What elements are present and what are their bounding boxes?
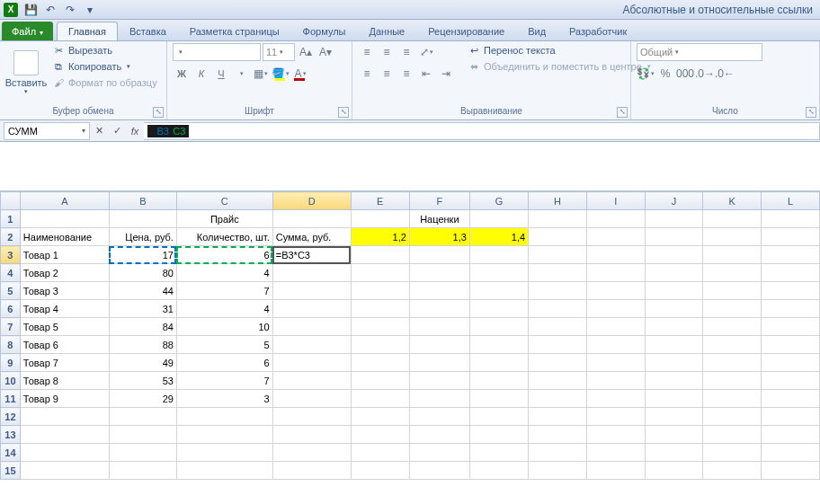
cell-L15[interactable]	[762, 462, 820, 480]
cell-G6[interactable]	[469, 300, 528, 318]
cell-D8[interactable]	[272, 336, 351, 354]
paste-button[interactable]: Вставить ▾	[5, 43, 47, 102]
cell-H14[interactable]	[529, 444, 587, 462]
row-header-11[interactable]: 11	[1, 390, 21, 408]
cell-I2[interactable]	[587, 228, 646, 246]
tab-dev[interactable]: Разработчик	[557, 22, 638, 40]
tab-view[interactable]: Вид	[516, 22, 557, 40]
cell-C1[interactable]: Прайс	[176, 210, 272, 228]
cell-I9[interactable]	[587, 354, 646, 372]
cell-E13[interactable]	[351, 426, 409, 444]
cell-K6[interactable]	[703, 300, 762, 318]
cell-D13[interactable]	[272, 426, 351, 444]
tab-home[interactable]: Главная	[57, 22, 118, 40]
cell-A5[interactable]: Товар 3	[20, 282, 109, 300]
cell-H10[interactable]	[529, 372, 587, 390]
cell-B11[interactable]: 29	[109, 390, 176, 408]
increase-font-icon[interactable]: A▴	[297, 43, 315, 61]
cell-D7[interactable]	[272, 318, 351, 336]
col-header-E[interactable]: E	[351, 192, 409, 210]
cell-C13[interactable]	[176, 426, 272, 444]
cell-E7[interactable]	[351, 318, 409, 336]
cell-E15[interactable]	[351, 462, 409, 480]
cell-D3[interactable]: =B3*C3	[272, 246, 351, 264]
cell-K15[interactable]	[703, 462, 762, 480]
col-header-G[interactable]: G	[469, 192, 528, 210]
cell-E6[interactable]	[351, 300, 409, 318]
save-icon[interactable]: 💾	[23, 3, 38, 17]
tab-data[interactable]: Данные	[357, 22, 416, 40]
align-bottom-icon[interactable]: ≡	[397, 43, 415, 61]
cell-D5[interactable]	[272, 282, 351, 300]
cell-F9[interactable]	[409, 354, 469, 372]
cell-I15[interactable]	[587, 462, 646, 480]
cell-G13[interactable]	[469, 426, 528, 444]
font-launcher[interactable]: ⤡	[338, 107, 349, 118]
select-all-corner[interactable]	[1, 192, 21, 210]
font-color-button[interactable]: A	[291, 65, 309, 83]
cell-H2[interactable]	[529, 228, 587, 246]
cell-E1[interactable]	[351, 210, 409, 228]
row-header-7[interactable]: 7	[1, 318, 21, 336]
cell-F1[interactable]: Наценки	[409, 210, 469, 228]
cell-F11[interactable]	[409, 390, 469, 408]
cell-I11[interactable]	[587, 390, 646, 408]
cell-K2[interactable]	[703, 228, 762, 246]
accounting-format-icon[interactable]: 💱	[637, 65, 655, 83]
cell-B4[interactable]: 80	[109, 264, 176, 282]
format-painter-button[interactable]: 🖌Формат по образцу	[50, 75, 159, 90]
cell-G11[interactable]	[469, 390, 528, 408]
row-header-1[interactable]: 1	[1, 210, 21, 228]
cell-G2[interactable]: 1,4	[469, 228, 528, 246]
cell-L3[interactable]	[762, 246, 820, 264]
cell-J2[interactable]	[645, 228, 703, 246]
cell-B8[interactable]: 88	[109, 336, 176, 354]
align-middle-icon[interactable]: ≡	[378, 43, 396, 61]
cell-H5[interactable]	[529, 282, 587, 300]
underline-button[interactable]: Ч	[212, 65, 230, 83]
row-header-5[interactable]: 5	[1, 282, 21, 300]
cell-I12[interactable]	[587, 408, 646, 426]
cell-J3[interactable]	[645, 246, 703, 264]
cell-K7[interactable]	[703, 318, 762, 336]
cell-L1[interactable]	[762, 210, 820, 228]
cell-G8[interactable]	[469, 336, 528, 354]
redo-icon[interactable]: ↷	[63, 3, 77, 17]
row-header-15[interactable]: 15	[1, 462, 21, 480]
cell-J7[interactable]	[645, 318, 703, 336]
cell-A1[interactable]	[20, 210, 109, 228]
cell-L7[interactable]	[762, 318, 820, 336]
row-header-14[interactable]: 14	[1, 444, 21, 462]
cell-F4[interactable]	[409, 264, 469, 282]
cell-F15[interactable]	[409, 462, 469, 480]
cell-K5[interactable]	[703, 282, 762, 300]
fx-button[interactable]: fx	[126, 122, 144, 140]
cell-C10[interactable]: 7	[176, 372, 272, 390]
row-header-3[interactable]: 3	[1, 246, 21, 264]
row-header-9[interactable]: 9	[1, 354, 21, 372]
cell-J4[interactable]	[645, 264, 703, 282]
cell-K4[interactable]	[703, 264, 762, 282]
cell-J5[interactable]	[645, 282, 703, 300]
copy-button[interactable]: ⧉Копировать▾	[50, 59, 159, 74]
cell-K14[interactable]	[703, 444, 762, 462]
cell-I3[interactable]	[587, 246, 646, 264]
align-center-icon[interactable]: ≡	[378, 65, 396, 83]
cell-H9[interactable]	[529, 354, 587, 372]
cell-E3[interactable]	[351, 246, 409, 264]
cell-H1[interactable]	[529, 210, 587, 228]
cell-E12[interactable]	[351, 408, 409, 426]
cell-B12[interactable]	[109, 408, 176, 426]
cell-F6[interactable]	[409, 300, 469, 318]
cell-K3[interactable]	[703, 246, 762, 264]
cell-K10[interactable]	[703, 372, 762, 390]
col-header-L[interactable]: L	[762, 192, 820, 210]
align-right-icon[interactable]: ≡	[397, 65, 415, 83]
number-launcher[interactable]: ⤡	[806, 107, 816, 118]
cell-J13[interactable]	[645, 426, 703, 444]
cell-C8[interactable]: 5	[176, 336, 272, 354]
tab-file[interactable]: Файл	[2, 22, 53, 40]
cell-L8[interactable]	[762, 336, 820, 354]
cell-F7[interactable]	[409, 318, 469, 336]
cell-H7[interactable]	[529, 318, 587, 336]
